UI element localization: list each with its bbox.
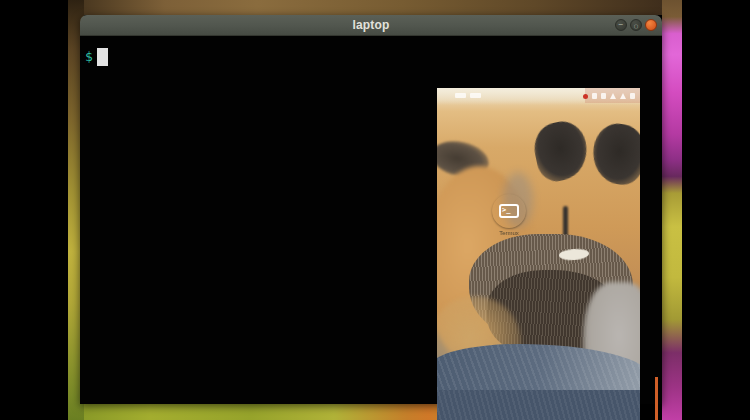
carrier-icon [455, 93, 466, 98]
wallpaper-right-strip [662, 0, 682, 420]
alarm-icon [592, 93, 597, 99]
window-title: laptop [80, 18, 662, 32]
termux-app-icon[interactable]: >_ [492, 194, 526, 228]
maximize-button[interactable]: ▢ [630, 19, 642, 31]
network-icon [470, 93, 481, 98]
window-edge-shadow [640, 404, 662, 420]
window-controls: − ▢ [615, 19, 657, 31]
minimize-icon: − [616, 20, 626, 30]
wifi-icon [610, 93, 616, 99]
close-button[interactable] [645, 19, 657, 31]
prompt-glyph-icon: >_ [502, 206, 510, 214]
terminal-cursor [97, 48, 108, 66]
blanket-fabric-dark [437, 390, 640, 420]
battery-icon [630, 93, 635, 99]
vibrate-icon [601, 93, 606, 99]
record-dot-icon [583, 94, 588, 99]
signal-icon [620, 93, 626, 99]
status-left-icons [455, 93, 481, 98]
maximize-icon: ▢ [631, 20, 641, 31]
shell-prompt: $ [85, 49, 93, 64]
screen: laptop − ▢ $ [0, 0, 750, 420]
app-icon-label: Termux [477, 230, 541, 236]
status-right-icons [583, 93, 635, 99]
window-titlebar[interactable]: laptop − ▢ [80, 15, 662, 36]
wallpaper-orange-stem [655, 377, 658, 420]
wallpaper-top-strip [84, 0, 662, 15]
minimize-button[interactable]: − [615, 19, 627, 31]
android-status-bar [437, 88, 640, 105]
phone-mirror-window[interactable]: >_ Termux [437, 88, 640, 420]
